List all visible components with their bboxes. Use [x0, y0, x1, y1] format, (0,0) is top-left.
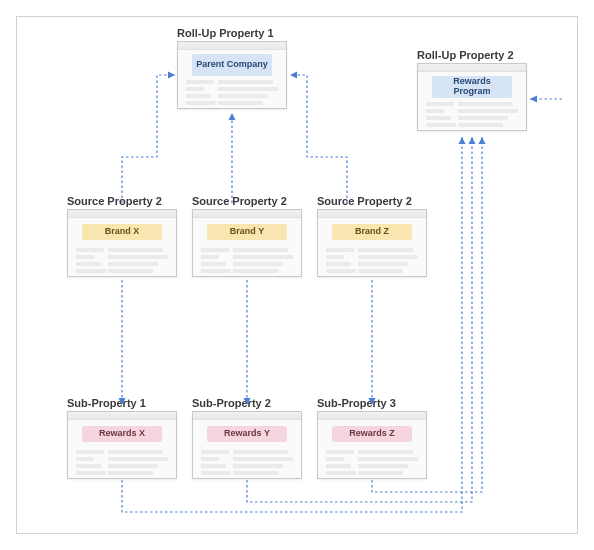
rollup2-label: Rewards Program	[432, 76, 512, 98]
rollup1-title: Roll-Up Property 1	[177, 27, 287, 39]
sub1-card: Rewards X	[67, 411, 177, 479]
node-sub2: Sub-Property 2 Rewards Y	[192, 397, 302, 479]
sub2-label: Rewards Y	[207, 426, 287, 442]
node-source3: Source Property 2 Brand Z	[317, 195, 427, 277]
node-source2: Source Property 2 Brand Y	[192, 195, 302, 277]
rollup1-label: Parent Company	[192, 54, 272, 76]
sub1-title: Sub-Property 1	[67, 397, 177, 409]
sub2-card: Rewards Y	[192, 411, 302, 479]
sub3-title: Sub-Property 3	[317, 397, 427, 409]
node-source1: Source Property 2 Brand X	[67, 195, 177, 277]
sub3-label: Rewards Z	[332, 426, 412, 442]
source2-title: Source Property 2	[192, 195, 302, 207]
source1-card: Brand X	[67, 209, 177, 277]
node-sub1: Sub-Property 1 Rewards X	[67, 397, 177, 479]
source1-title: Source Property 2	[67, 195, 177, 207]
source3-card: Brand Z	[317, 209, 427, 277]
source3-title: Source Property 2	[317, 195, 427, 207]
sub2-title: Sub-Property 2	[192, 397, 302, 409]
node-sub3: Sub-Property 3 Rewards Z	[317, 397, 427, 479]
source2-card: Brand Y	[192, 209, 302, 277]
node-rollup2: Roll-Up Property 2 Rewards Program	[417, 49, 527, 131]
rollup1-card: Parent Company	[177, 41, 287, 109]
source3-label: Brand Z	[332, 224, 412, 240]
rollup2-title: Roll-Up Property 2	[417, 49, 527, 61]
diagram-canvas: Roll-Up Property 1 Parent Company Roll-U…	[16, 16, 578, 534]
source1-label: Brand X	[82, 224, 162, 240]
sub3-card: Rewards Z	[317, 411, 427, 479]
source2-label: Brand Y	[207, 224, 287, 240]
node-rollup1: Roll-Up Property 1 Parent Company	[177, 27, 287, 109]
sub1-label: Rewards X	[82, 426, 162, 442]
rollup2-card: Rewards Program	[417, 63, 527, 131]
